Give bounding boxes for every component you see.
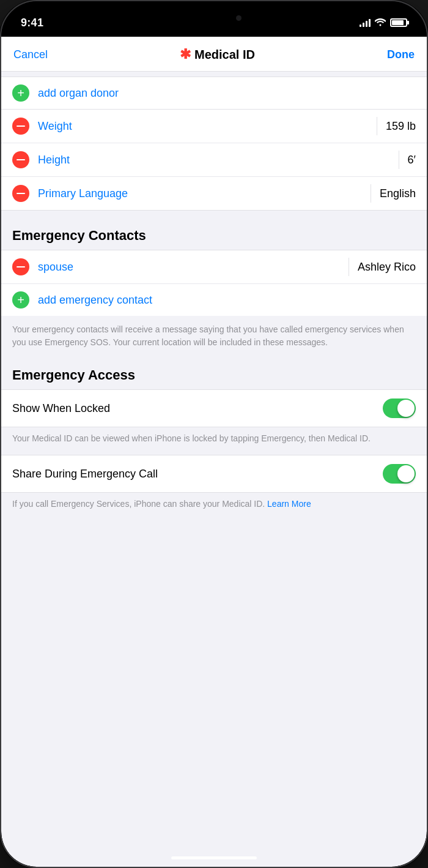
signal-icon — [360, 18, 371, 27]
battery-icon — [390, 18, 407, 27]
emergency-contacts-section: spouse Ashley Rico add emergency contact — [1, 250, 427, 316]
spouse-contact-row[interactable]: spouse Ashley Rico — [1, 250, 427, 284]
phone-frame: 9:41 — [0, 0, 428, 868]
phone-screen: 9:41 — [1, 1, 427, 867]
weight-row[interactable]: Weight 159 lb — [1, 110, 427, 143]
spouse-delete-button[interactable] — [12, 258, 29, 275]
show-when-locked-row[interactable]: Show When Locked — [1, 390, 427, 427]
medical-star-icon: ✱ — [180, 47, 191, 62]
show-when-locked-label: Show When Locked — [12, 402, 110, 415]
learn-more-link[interactable]: Learn More — [267, 499, 311, 509]
status-icons — [360, 18, 407, 28]
dynamic-island — [175, 7, 253, 28]
page-title: Medical ID — [194, 48, 255, 62]
screen-content[interactable]: Cancel ✱ Medical ID Done add organ donor… — [1, 37, 427, 867]
battery-fill — [392, 20, 404, 25]
row-divider — [377, 117, 377, 135]
nav-bar: Cancel ✱ Medical ID Done — [1, 37, 427, 72]
emergency-access-header: Emergency Access — [1, 361, 427, 389]
share-during-call-row[interactable]: Share During Emergency Call — [1, 455, 427, 492]
dynamic-island-camera — [236, 15, 242, 21]
share-call-section: Share During Emergency Call — [1, 455, 427, 493]
weight-value[interactable]: 159 lb — [386, 120, 416, 133]
contact-name-value[interactable]: Ashley Rico — [358, 261, 416, 274]
contact-divider — [349, 258, 349, 276]
cancel-button[interactable]: Cancel — [13, 48, 48, 61]
weight-label: Weight — [38, 120, 368, 133]
height-value[interactable]: 6′ — [408, 154, 416, 166]
row-divider-2 — [399, 151, 399, 169]
emergency-contacts-title: Emergency Contacts — [12, 228, 146, 243]
add-organ-donor-label[interactable]: add organ donor — [38, 87, 416, 100]
home-indicator[interactable] — [171, 856, 257, 859]
gap-1 — [1, 72, 427, 77]
add-emergency-contact-label[interactable]: add emergency contact — [38, 294, 416, 307]
language-delete-button[interactable] — [12, 185, 29, 202]
share-call-info: If you call Emergency Services, iPhone c… — [1, 493, 427, 520]
language-value[interactable]: English — [380, 187, 416, 200]
height-delete-button[interactable] — [12, 151, 29, 168]
add-organ-donor-row[interactable]: add organ donor — [1, 77, 427, 110]
contact-relation-label: spouse — [38, 261, 340, 274]
wifi-icon — [375, 18, 386, 28]
nav-title: ✱ Medical ID — [180, 47, 255, 62]
share-during-call-label: Share During Emergency Call — [12, 468, 158, 481]
show-when-locked-toggle[interactable] — [383, 398, 416, 418]
emergency-access-title: Emergency Access — [12, 367, 135, 383]
status-time: 9:41 — [21, 17, 43, 29]
show-locked-info: Your Medical ID can be viewed when iPhon… — [1, 427, 427, 455]
share-during-call-toggle[interactable] — [383, 464, 416, 484]
weight-delete-button[interactable] — [12, 118, 29, 135]
row-divider-3 — [371, 184, 371, 203]
emergency-contacts-header: Emergency Contacts — [1, 211, 427, 250]
language-row[interactable]: Primary Language English — [1, 177, 427, 210]
height-label: Height — [38, 154, 390, 166]
emergency-access-section: Show When Locked — [1, 389, 427, 427]
height-row[interactable]: Height 6′ — [1, 143, 427, 177]
add-organ-donor-icon[interactable] — [12, 84, 29, 102]
done-button[interactable]: Done — [387, 48, 415, 61]
emergency-contacts-note: Your emergency contacts will receive a m… — [1, 316, 427, 361]
add-emergency-contact-icon[interactable] — [12, 291, 29, 309]
status-bar: 9:41 — [1, 1, 427, 37]
add-emergency-contact-row[interactable]: add emergency contact — [1, 284, 427, 316]
share-call-note-text: If you call Emergency Services, iPhone c… — [12, 499, 265, 509]
language-label: Primary Language — [38, 187, 362, 200]
bottom-padding — [1, 520, 427, 557]
medical-info-section: Weight 159 lb Height 6′ Primary Language — [1, 110, 427, 211]
